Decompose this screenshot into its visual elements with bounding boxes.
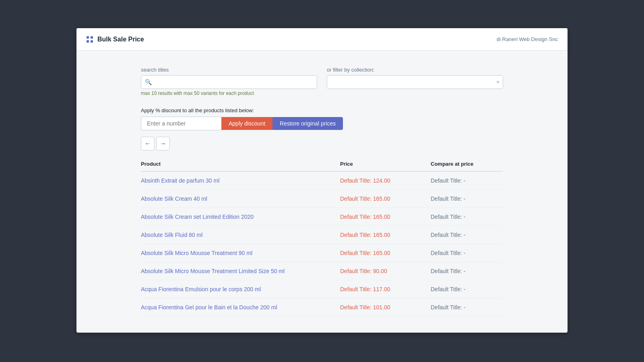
products-table: Product Price Compare at price Absinth E…	[141, 157, 503, 317]
product-compare-price: Default Title: -	[431, 195, 465, 202]
product-price: Default Title: 101.00	[340, 304, 390, 311]
product-price: Default Title: 165.00	[340, 195, 390, 202]
col-header-product: Product	[141, 157, 340, 171]
product-name: Absolute Silk Fluid 80 ml	[141, 232, 202, 238]
prev-page-button[interactable]: ←	[141, 137, 155, 150]
apply-discount-button[interactable]: Apply discount	[221, 117, 272, 130]
app-container: Bulk Sale Price di Raneri Web Design Snc…	[76, 28, 568, 333]
product-price: Default Title: 117.00	[340, 286, 390, 292]
next-page-button[interactable]: →	[156, 137, 170, 150]
col-header-compare: Compare at price	[431, 157, 503, 171]
discount-input[interactable]	[141, 117, 221, 130]
svg-rect-3	[91, 40, 93, 43]
table-row: Acqua Fiorentina Emulsion pour le corps …	[141, 280, 503, 298]
discount-row: Apply discount Restore original prices	[141, 117, 503, 130]
filter-label: or filter by collection:	[327, 67, 503, 73]
restore-prices-button[interactable]: Restore original prices	[272, 117, 343, 130]
table-row: Absolute Silk Fluid 80 ml Default Title:…	[141, 226, 503, 244]
app-title: Bulk Sale Price	[97, 36, 144, 43]
product-name: Absinth Extrait de parfum 30 ml	[141, 177, 219, 184]
pagination-row: ← →	[141, 137, 503, 150]
product-name: Absolute Silk Micro Mousse Treatment Lim…	[141, 268, 285, 274]
product-compare-price: Default Title: -	[431, 250, 465, 256]
search-filter-row: search titles 🔍 max 10 results with max …	[141, 67, 503, 96]
header-credit: di Raneri Web Design Snc	[497, 36, 558, 42]
search-input[interactable]	[141, 75, 317, 89]
discount-section: Apply % discount to all the products lis…	[141, 107, 503, 130]
app-header: Bulk Sale Price di Raneri Web Design Snc	[76, 28, 568, 51]
product-name: Acqua Fiorentina Emulsion pour le corps …	[141, 286, 261, 292]
table-row: Absolute Silk Micro Mousse Treatment Lim…	[141, 262, 503, 280]
product-compare-price: Default Title: -	[431, 304, 465, 311]
search-column: search titles 🔍 max 10 results with max …	[141, 67, 317, 96]
table-row: Acqua Fiorentina Gel pour le Bain et la …	[141, 298, 503, 317]
product-price: Default Title: 124.00	[340, 177, 390, 184]
table-header-row: Product Price Compare at price	[141, 157, 503, 171]
product-compare-price: Default Title: -	[431, 214, 465, 220]
table-row: Absolute Silk Micro Mousse Treatment 90 …	[141, 244, 503, 262]
product-compare-price: Default Title: -	[431, 286, 465, 292]
search-icon: 🔍	[145, 79, 152, 85]
product-name: Absolute Silk Cream 40 ml	[141, 195, 207, 202]
product-price: Default Title: 165.00	[340, 232, 390, 238]
product-name: Absolute Silk Micro Mousse Treatment 90 …	[141, 250, 252, 256]
product-name: Absolute Silk Cream set Limited Edition …	[141, 214, 254, 220]
table-row: Absinth Extrait de parfum 30 ml Default …	[141, 171, 503, 190]
search-hint: max 10 results with max 50 variants for …	[141, 90, 317, 96]
svg-rect-1	[91, 36, 93, 39]
product-name: Acqua Fiorentina Gel pour le Bain et la …	[141, 304, 277, 311]
col-header-price: Price	[340, 157, 431, 171]
product-compare-price: Default Title: -	[431, 177, 465, 184]
product-compare-price: Default Title: -	[431, 232, 465, 238]
filter-column: or filter by collection: ▿	[327, 67, 503, 96]
collection-select-wrap: ▿	[327, 75, 503, 89]
main-content: search titles 🔍 max 10 results with max …	[76, 51, 568, 333]
svg-rect-2	[87, 40, 89, 43]
product-price: Default Title: 165.00	[340, 214, 390, 220]
table-body: Absinth Extrait de parfum 30 ml Default …	[141, 171, 503, 317]
table-row: Absolute Silk Cream 40 ml Default Title:…	[141, 190, 503, 208]
table-head: Product Price Compare at price	[141, 157, 503, 171]
table-row: Absolute Silk Cream set Limited Edition …	[141, 208, 503, 226]
discount-label: Apply % discount to all the products lis…	[141, 107, 503, 113]
collection-select[interactable]	[327, 75, 503, 89]
search-input-wrap: 🔍	[141, 75, 317, 89]
search-label: search titles	[141, 67, 317, 73]
product-price: Default Title: 90.00	[340, 268, 387, 274]
svg-rect-0	[87, 36, 89, 39]
product-price: Default Title: 165.00	[340, 250, 390, 256]
grid-icon	[86, 36, 93, 43]
header-left: Bulk Sale Price	[86, 36, 144, 43]
product-compare-price: Default Title: -	[431, 268, 465, 274]
